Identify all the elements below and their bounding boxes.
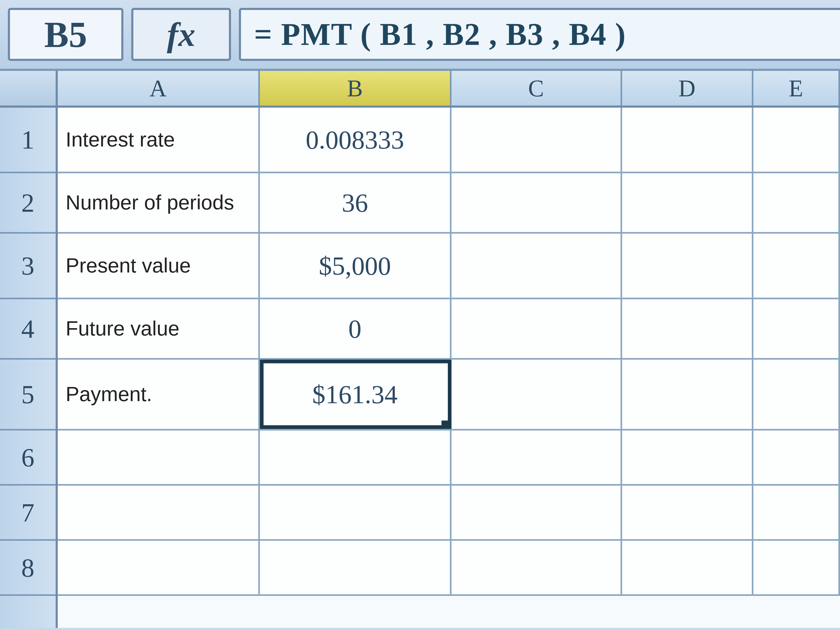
select-all-corner[interactable] <box>0 71 58 106</box>
cell-E3[interactable] <box>753 234 840 298</box>
row-header-3[interactable]: 3 <box>0 234 56 299</box>
formula-input[interactable]: = PMT ( B1 , B2 , B3 , B4 ) <box>239 8 840 61</box>
cell-D1[interactable] <box>622 107 753 172</box>
cell-E1[interactable] <box>753 107 840 172</box>
cell-A2[interactable]: Number of periods <box>58 173 260 232</box>
cell-C2[interactable] <box>452 173 622 232</box>
row-header-4[interactable]: 4 <box>0 299 56 360</box>
cell-D5[interactable] <box>622 360 753 429</box>
formula-bar: B5 fx = PMT ( B1 , B2 , B3 , B4 ) <box>0 0 840 71</box>
cell-C4[interactable] <box>452 299 622 358</box>
column-header-E[interactable]: E <box>753 71 840 106</box>
cell-D6[interactable] <box>622 431 753 484</box>
row-header-5[interactable]: 5 <box>0 360 56 431</box>
column-header-A[interactable]: A <box>58 71 260 106</box>
cell-D4[interactable] <box>622 299 753 358</box>
cell-E2[interactable] <box>753 173 840 232</box>
name-box[interactable]: B5 <box>8 8 123 61</box>
cell-E6[interactable] <box>753 431 840 484</box>
cell-B5[interactable]: $161.34 <box>260 360 452 429</box>
cell-E8[interactable] <box>753 541 840 594</box>
cell-C6[interactable] <box>452 431 622 484</box>
cell-D3[interactable] <box>622 234 753 298</box>
column-headers: A B C D E <box>0 71 840 107</box>
table-row <box>58 431 840 486</box>
cell-A7[interactable] <box>58 486 260 539</box>
cell-B6[interactable] <box>260 431 452 484</box>
cell-A6[interactable] <box>58 431 260 484</box>
cell-C1[interactable] <box>452 107 622 172</box>
column-header-B[interactable]: B <box>260 71 452 106</box>
cell-D7[interactable] <box>622 486 753 539</box>
table-row: Payment. $161.34 <box>58 360 840 431</box>
cell-A5[interactable]: Payment. <box>58 360 260 429</box>
column-header-D[interactable]: D <box>622 71 753 106</box>
cell-B3[interactable]: $5,000 <box>260 234 452 298</box>
table-row: Future value 0 <box>58 299 840 360</box>
row-headers: 1 2 3 4 5 6 7 8 <box>0 107 58 628</box>
cell-B4[interactable]: 0 <box>260 299 452 358</box>
column-header-C[interactable]: C <box>452 71 622 106</box>
cell-C3[interactable] <box>452 234 622 298</box>
cell-B7[interactable] <box>260 486 452 539</box>
table-row: Present value $5,000 <box>58 234 840 299</box>
fx-button[interactable]: fx <box>131 8 231 61</box>
cells-area: Interest rate 0.008333 Number of periods… <box>58 107 840 628</box>
cell-E7[interactable] <box>753 486 840 539</box>
cell-E5[interactable] <box>753 360 840 429</box>
cell-A4[interactable]: Future value <box>58 299 260 358</box>
cell-A3[interactable]: Present value <box>58 234 260 298</box>
table-row: Interest rate 0.008333 <box>58 107 840 173</box>
table-row: Number of periods 36 <box>58 173 840 234</box>
table-row <box>58 541 840 596</box>
cell-C7[interactable] <box>452 486 622 539</box>
cell-B2[interactable]: 36 <box>260 173 452 232</box>
table-row <box>58 486 840 541</box>
cell-B1[interactable]: 0.008333 <box>260 107 452 172</box>
cell-A8[interactable] <box>58 541 260 594</box>
cell-B8[interactable] <box>260 541 452 594</box>
row-header-6[interactable]: 6 <box>0 431 56 486</box>
row-header-8[interactable]: 8 <box>0 541 56 596</box>
cell-A1[interactable]: Interest rate <box>58 107 260 172</box>
spreadsheet-grid: A B C D E 1 2 3 4 5 6 7 8 Interest rate … <box>0 71 840 628</box>
row-header-2[interactable]: 2 <box>0 173 56 234</box>
cell-C8[interactable] <box>452 541 622 594</box>
cell-E4[interactable] <box>753 299 840 358</box>
cell-D2[interactable] <box>622 173 753 232</box>
row-header-7[interactable]: 7 <box>0 486 56 541</box>
cell-C5[interactable] <box>452 360 622 429</box>
row-header-1[interactable]: 1 <box>0 107 56 173</box>
cell-D8[interactable] <box>622 541 753 594</box>
